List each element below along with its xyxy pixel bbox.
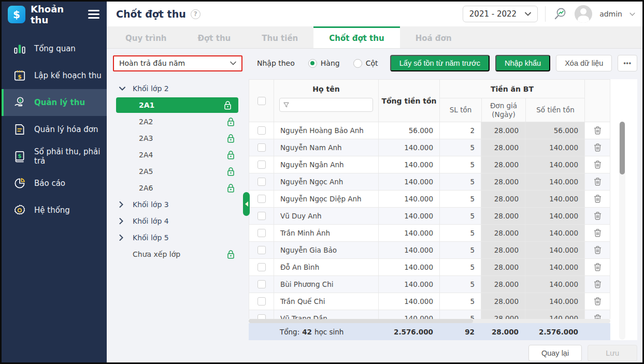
tab-hoa-don[interactable]: Hoá đơn	[400, 26, 467, 48]
school-year-select[interactable]: 2021 - 2022	[463, 6, 538, 22]
fee-type-select[interactable]: Hoàn trả đầu năm	[113, 55, 242, 71]
radio-hang[interactable]: Hàng	[308, 59, 340, 68]
delete-row-icon[interactable]	[594, 314, 602, 319]
more-options-button[interactable]: •••	[618, 55, 637, 71]
students-table: Họ tên Tổng tiền tồn Tiền ăn BT SL tồn	[249, 79, 637, 340]
row-checkbox[interactable]	[257, 161, 266, 169]
col-header-so-tien-ton: Số tiền tồn	[525, 98, 585, 122]
sidebar-item-he-thong[interactable]: Hệ thống	[2, 197, 107, 224]
delete-row-icon[interactable]	[594, 178, 602, 186]
tree-group-khoi-lop-4[interactable]: Khối lớp 4	[113, 213, 249, 229]
tree-class-2a3[interactable]: 2A3	[113, 130, 249, 147]
total-balance-cell[interactable]: 140.000	[378, 225, 439, 242]
row-checkbox[interactable]	[257, 263, 266, 271]
qty-cell[interactable]: 5	[439, 191, 481, 208]
qty-cell[interactable]: 5	[439, 173, 481, 191]
user-menu-chevron-icon[interactable]	[629, 12, 635, 16]
row-checkbox[interactable]	[257, 178, 266, 186]
tree-class-2a2[interactable]: 2A2	[113, 113, 249, 130]
total-balance-cell[interactable]: 140.000	[378, 276, 439, 293]
tab-quy-trinh[interactable]: Quy trình	[110, 26, 182, 48]
total-balance-cell[interactable]: 140.000	[378, 259, 439, 276]
unit-price-cell: 28.000	[481, 259, 525, 276]
vertical-scrollbar-thumb[interactable]	[620, 122, 625, 174]
sidebar-item-quan-ly-thu[interactable]: $ Quản lý thu	[2, 89, 107, 116]
total-balance-cell[interactable]: 56.000	[378, 122, 439, 139]
back-button[interactable]: Quay lại	[528, 345, 582, 361]
user-avatar[interactable]	[575, 5, 592, 23]
delete-row-icon[interactable]	[594, 297, 602, 305]
total-balance-cell[interactable]: 140.000	[378, 310, 439, 319]
sidebar-item-quan-ly-hoa-don[interactable]: Quản lý hóa đơn	[2, 116, 107, 143]
row-checkbox[interactable]	[257, 126, 266, 135]
delete-row-icon[interactable]	[594, 143, 602, 152]
name-filter[interactable]	[279, 98, 373, 112]
horizontal-scrollbar[interactable]	[249, 319, 610, 323]
total-balance-cell[interactable]: 140.000	[378, 173, 439, 191]
qty-cell[interactable]: 5	[439, 139, 481, 156]
qty-cell[interactable]: 2	[439, 122, 481, 139]
radio-cot[interactable]: Cột	[353, 59, 378, 68]
qty-cell[interactable]: 5	[439, 293, 481, 310]
row-checkbox[interactable]	[257, 229, 266, 237]
delete-row-icon[interactable]	[594, 280, 602, 288]
total-balance-cell[interactable]: 140.000	[378, 191, 439, 208]
qty-cell[interactable]: 5	[439, 242, 481, 259]
horizontal-scrollbar-thumb[interactable]	[249, 319, 473, 323]
tree-group-khoi-lop-2[interactable]: Khối lớp 2	[113, 80, 249, 97]
total-balance-cell[interactable]: 140.000	[378, 208, 439, 225]
tree-class-2a1[interactable]: 2A1	[116, 97, 238, 113]
sidebar-item-so-phai-thu-phai-tra[interactable]: $ Sổ phải thu, phải trả	[2, 143, 107, 170]
import-button[interactable]: Nhập khẩu	[495, 55, 550, 71]
search-analytics-icon[interactable]	[553, 7, 567, 21]
tree-class-2a6[interactable]: 2A6	[113, 180, 249, 196]
qty-cell[interactable]: 5	[439, 225, 481, 242]
panel-collapse-handle[interactable]	[243, 192, 250, 216]
qty-cell[interactable]: 5	[439, 259, 481, 276]
student-name-cell: Vũ Trang Dần	[274, 310, 378, 319]
delete-row-icon[interactable]	[594, 246, 602, 254]
total-balance-cell[interactable]: 140.000	[378, 139, 439, 156]
name-filter-input[interactable]	[292, 101, 369, 109]
tree-group-khoi-lop-5[interactable]: Khối lớp 5	[113, 229, 249, 246]
tree-class-2a4[interactable]: 2A4	[113, 147, 249, 163]
sidebar-item-lap-ke-hoach-thu[interactable]: $ Lập kế hoạch thu	[2, 62, 107, 89]
amount-cell: 140.000	[525, 310, 584, 319]
sidebar-item-tong-quan[interactable]: Tổng quan	[2, 35, 107, 62]
total-balance-cell[interactable]: 140.000	[378, 242, 439, 259]
clear-data-button[interactable]: Xóa dữ liệu	[556, 55, 612, 71]
row-checkbox[interactable]	[257, 143, 266, 152]
tab-chot-dot-thu[interactable]: Chốt đợt thu	[313, 26, 399, 48]
tree-group-khoi-lop-3[interactable]: Khối lớp 3	[113, 196, 249, 213]
delete-row-icon[interactable]	[594, 161, 602, 169]
row-checkbox[interactable]	[257, 297, 266, 305]
qty-cell[interactable]: 5	[439, 276, 481, 293]
delete-row-icon[interactable]	[594, 212, 602, 220]
select-all-checkbox[interactable]	[257, 97, 266, 105]
get-balance-last-year-button[interactable]: Lấy số tồn từ năm trước	[390, 55, 490, 71]
tab-thu-tien[interactable]: Thu tiền	[246, 26, 313, 48]
delete-row-icon[interactable]	[594, 195, 602, 203]
sidebar-item-bao-cao[interactable]: Báo cáo	[2, 170, 107, 197]
delete-row-icon[interactable]	[594, 263, 602, 271]
total-balance-cell[interactable]: 140.000	[378, 156, 439, 173]
total-balance-cell[interactable]: 140.000	[378, 293, 439, 310]
row-checkbox[interactable]	[257, 246, 266, 254]
tree-class-2a5[interactable]: 2A5	[113, 163, 249, 180]
hamburger-menu-icon[interactable]	[88, 10, 99, 19]
delete-row-icon[interactable]	[594, 229, 602, 237]
save-button[interactable]: Lưu	[588, 345, 637, 361]
tree-item-chua-xep-lop[interactable]: Chưa xếp lớp	[113, 246, 249, 263]
tab-dot-thu[interactable]: Đợt thu	[182, 26, 247, 48]
vertical-scrollbar[interactable]	[619, 122, 625, 340]
row-checkbox[interactable]	[257, 212, 266, 220]
qty-cell[interactable]: 5	[439, 156, 481, 173]
delete-row-icon[interactable]	[594, 126, 602, 135]
row-checkbox[interactable]	[257, 314, 266, 319]
unit-price-cell: 28.000	[481, 225, 525, 242]
row-checkbox[interactable]	[257, 195, 266, 203]
qty-cell[interactable]: 5	[439, 208, 481, 225]
qty-cell[interactable]: 5	[439, 310, 481, 319]
help-icon[interactable]: ?	[191, 9, 201, 19]
row-checkbox[interactable]	[257, 280, 266, 288]
